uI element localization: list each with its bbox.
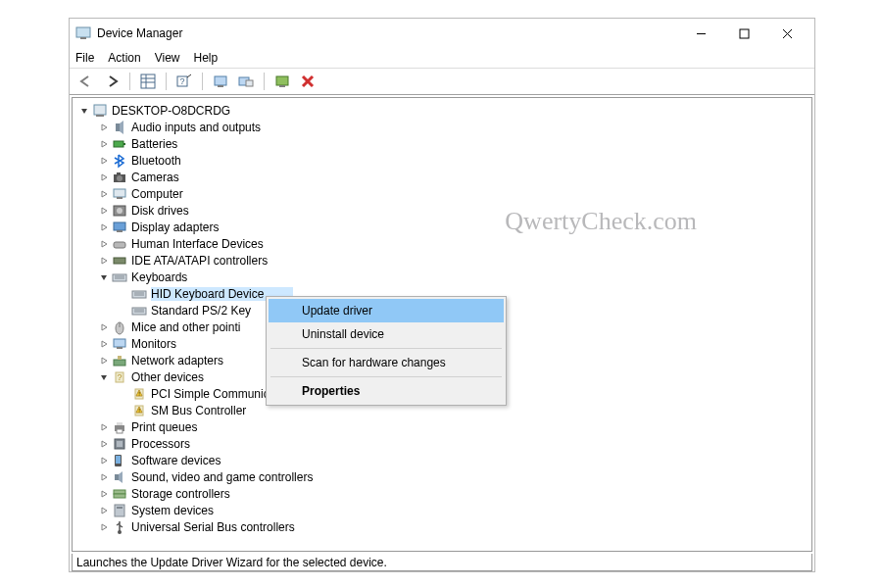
svg-rect-64 <box>115 474 119 480</box>
mouse-icon <box>112 319 127 335</box>
svg-rect-1 <box>80 37 86 39</box>
svg-rect-29 <box>117 197 122 199</box>
tree-category[interactable]: System devices <box>73 502 811 518</box>
svg-rect-22 <box>116 123 120 131</box>
chevron-right-icon[interactable] <box>98 521 110 533</box>
cpu-icon <box>112 436 127 452</box>
tree-root[interactable]: DESKTOP-O8DCRDG <box>73 102 811 119</box>
keyboard-icon <box>112 270 127 285</box>
svg-rect-63 <box>116 456 121 464</box>
tree-category-label: Human Interface Devices <box>131 237 264 251</box>
chevron-right-icon[interactable] <box>98 471 110 483</box>
chevron-right-icon[interactable] <box>98 321 110 333</box>
chevron-right-icon[interactable] <box>98 155 110 167</box>
maximize-button[interactable] <box>722 20 765 47</box>
status-text: Launches the Update Driver Wizard for th… <box>76 556 387 569</box>
software-icon <box>112 453 127 468</box>
keyboard-icon <box>131 286 147 302</box>
window-title: Device Manager <box>97 26 679 40</box>
menu-help[interactable]: Help <box>194 51 219 65</box>
tree-category[interactable]: Human Interface Devices <box>73 235 811 252</box>
tree-category-label: Monitors <box>131 337 176 351</box>
chevron-right-icon[interactable] <box>98 255 110 267</box>
chevron-right-icon[interactable] <box>98 421 110 433</box>
svg-point-69 <box>118 530 122 534</box>
tree-category[interactable]: IDE ATA/ATAPI controllers <box>73 252 811 269</box>
svg-rect-3 <box>740 29 749 38</box>
properties-button[interactable] <box>137 71 159 92</box>
chevron-right-icon[interactable] <box>98 338 110 350</box>
tree-category[interactable]: Software devices <box>73 452 811 468</box>
help-button[interactable]: ? <box>173 71 195 92</box>
tree-category[interactable]: Bluetooth <box>73 152 811 169</box>
svg-rect-35 <box>114 258 125 264</box>
tree-category-label: Cameras <box>131 171 179 184</box>
menu-view[interactable]: View <box>155 51 180 65</box>
chevron-right-icon[interactable] <box>98 355 110 367</box>
battery-icon <box>112 136 127 152</box>
context-menu-item[interactable]: Scan for hardware changes <box>269 351 504 374</box>
tree-category[interactable]: Display adapters <box>73 219 811 235</box>
menu-file[interactable]: File <box>75 51 94 65</box>
toolbar-separator <box>264 73 265 90</box>
update-driver-button[interactable] <box>271 71 293 92</box>
tree-category[interactable]: Sound, video and game controllers <box>73 468 811 485</box>
chevron-right-icon[interactable] <box>98 488 110 500</box>
tree-device-label: SM Bus Controller <box>151 404 246 417</box>
show-hidden-button[interactable] <box>235 71 257 92</box>
svg-rect-49 <box>114 360 125 366</box>
tree-category[interactable]: Keyboards <box>73 269 811 285</box>
svg-point-26 <box>117 175 122 181</box>
chevron-right-icon[interactable] <box>98 221 110 233</box>
chevron-right-icon[interactable] <box>98 138 110 150</box>
forward-button[interactable] <box>101 71 122 92</box>
svg-rect-27 <box>117 172 121 174</box>
tree-category[interactable]: Storage controllers <box>73 485 811 502</box>
tree-category-label: Other devices <box>131 370 204 384</box>
chevron-right-icon[interactable] <box>98 438 110 450</box>
chevron-down-icon[interactable] <box>78 105 90 117</box>
chevron-right-icon[interactable] <box>98 505 110 516</box>
chevron-right-icon[interactable] <box>98 172 110 183</box>
context-menu-item[interactable]: Update driver <box>269 299 504 322</box>
back-button[interactable] <box>75 71 97 92</box>
svg-rect-59 <box>117 429 122 433</box>
uninstall-button[interactable] <box>297 71 318 92</box>
svg-rect-50 <box>118 356 122 360</box>
svg-rect-15 <box>246 80 253 86</box>
tree-category[interactable]: Audio inputs and outputs <box>73 119 811 135</box>
titlebar: Device Manager <box>70 19 814 48</box>
chevron-right-icon[interactable] <box>98 238 110 250</box>
minimize-button[interactable] <box>679 20 722 47</box>
tree-category-label: Processors <box>131 437 190 451</box>
chevron-right-icon[interactable] <box>98 205 110 217</box>
chevron-right-icon[interactable] <box>98 188 110 200</box>
usb-icon <box>112 519 127 535</box>
tree-category[interactable]: Print queues <box>73 418 811 435</box>
scan-button[interactable] <box>210 71 231 92</box>
chevron-down-icon[interactable] <box>98 371 110 383</box>
tree-category[interactable]: Computer <box>73 185 811 202</box>
menu-action[interactable]: Action <box>108 51 140 65</box>
tree-device-label: Standard PS/2 Key <box>151 304 251 318</box>
close-button[interactable] <box>765 20 808 47</box>
svg-rect-68 <box>117 507 122 509</box>
sound-icon <box>112 469 127 485</box>
tree-category[interactable]: Universal Serial Bus controllers <box>73 518 811 535</box>
toolbar-separator <box>202 73 203 90</box>
toolbar-separator <box>166 73 167 90</box>
svg-text:?: ? <box>117 372 122 382</box>
ide-icon <box>112 253 127 269</box>
chevron-down-icon[interactable] <box>98 271 110 283</box>
context-menu-item[interactable]: Properties <box>269 379 504 403</box>
tree-category[interactable]: Batteries <box>73 135 811 152</box>
system-icon <box>112 503 127 518</box>
tree-category[interactable]: Cameras <box>73 169 811 185</box>
chevron-right-icon[interactable] <box>98 455 110 466</box>
context-menu-item[interactable]: Uninstall device <box>269 322 504 346</box>
tree-category[interactable]: Disk drives <box>73 202 811 219</box>
tree-category[interactable]: Processors <box>73 435 811 452</box>
context-menu: Update driverUninstall deviceScan for ha… <box>266 296 507 406</box>
svg-rect-16 <box>276 76 288 85</box>
chevron-right-icon[interactable] <box>98 122 110 133</box>
